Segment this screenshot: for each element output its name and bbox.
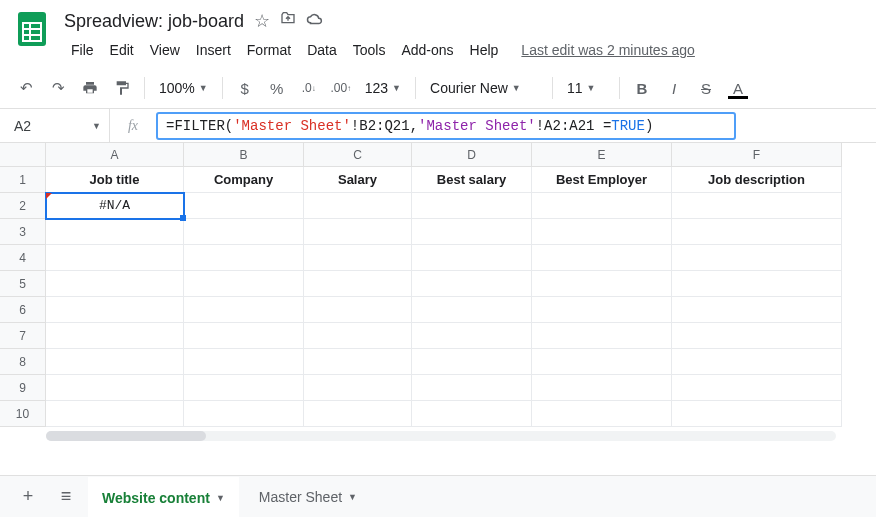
cell[interactable] [672,401,842,427]
cell[interactable] [532,349,672,375]
menu-insert[interactable]: Insert [189,38,238,62]
cell[interactable] [184,245,304,271]
menu-format[interactable]: Format [240,38,298,62]
undo-icon[interactable]: ↶ [12,74,40,102]
cell[interactable] [412,349,532,375]
row-header[interactable]: 5 [0,271,46,297]
cell[interactable] [304,323,412,349]
name-box[interactable]: A2 ▼ [0,109,110,142]
add-sheet-button[interactable]: + [12,481,44,513]
cell[interactable] [412,219,532,245]
cell[interactable] [412,245,532,271]
menu-view[interactable]: View [143,38,187,62]
cell[interactable] [532,193,672,219]
strike-button[interactable]: S [692,74,720,102]
col-header-f[interactable]: F [672,143,842,166]
last-edit-link[interactable]: Last edit was 2 minutes ago [521,42,695,58]
menu-help[interactable]: Help [463,38,506,62]
paint-format-icon[interactable] [108,74,136,102]
italic-button[interactable]: I [660,74,688,102]
cell[interactable] [672,193,842,219]
zoom-select[interactable]: 100%▼ [153,74,214,102]
cell[interactable] [184,193,304,219]
col-header-a[interactable]: A [46,143,184,166]
cell[interactable] [184,375,304,401]
row-header[interactable]: 7 [0,323,46,349]
horizontal-scrollbar[interactable] [46,431,836,441]
cell[interactable] [532,401,672,427]
cell[interactable] [304,375,412,401]
more-formats-button[interactable]: 123▼ [359,74,407,102]
cell[interactable] [46,297,184,323]
cell[interactable]: Salary [304,167,412,193]
cell[interactable] [532,323,672,349]
active-cell[interactable]: #N/A [46,193,184,219]
row-header[interactable]: 8 [0,349,46,375]
row-header[interactable]: 4 [0,245,46,271]
cell[interactable] [184,219,304,245]
cell[interactable] [46,271,184,297]
text-color-button[interactable]: A [724,74,752,102]
cell[interactable] [672,375,842,401]
cell[interactable] [304,219,412,245]
col-header-b[interactable]: B [184,143,304,166]
cell[interactable] [672,219,842,245]
cell[interactable]: Company [184,167,304,193]
cell[interactable] [46,245,184,271]
row-header[interactable]: 2 [0,193,46,219]
cell[interactable]: Best salary [412,167,532,193]
cell[interactable] [412,323,532,349]
row-header[interactable]: 10 [0,401,46,427]
cell[interactable] [46,323,184,349]
cell[interactable] [412,297,532,323]
print-icon[interactable] [76,74,104,102]
dec-decimal-button[interactable]: .0↓ [295,74,323,102]
col-header-d[interactable]: D [412,143,532,166]
cell[interactable] [412,193,532,219]
cell[interactable] [672,271,842,297]
cell[interactable] [46,349,184,375]
menu-edit[interactable]: Edit [103,38,141,62]
star-icon[interactable]: ☆ [254,10,270,32]
cell[interactable] [672,323,842,349]
row-header[interactable]: 3 [0,219,46,245]
col-header-c[interactable]: C [304,143,412,166]
cell[interactable] [412,375,532,401]
menu-data[interactable]: Data [300,38,344,62]
document-title[interactable]: Spreadview: job-board [64,11,244,32]
col-header-e[interactable]: E [532,143,672,166]
cell[interactable] [304,401,412,427]
cell[interactable] [412,401,532,427]
cell[interactable]: Job description [672,167,842,193]
scrollbar-thumb[interactable] [46,431,206,441]
cloud-icon[interactable] [306,10,324,32]
formula-bar[interactable]: =FILTER('Master Sheet'!B2:Q21,'Master Sh… [156,112,736,140]
cell[interactable] [46,401,184,427]
row-header[interactable]: 1 [0,167,46,193]
redo-icon[interactable]: ↷ [44,74,72,102]
cell[interactable] [304,349,412,375]
cell[interactable] [184,323,304,349]
cell[interactable] [532,297,672,323]
cell[interactable] [532,245,672,271]
all-sheets-button[interactable]: ≡ [50,481,82,513]
menu-file[interactable]: File [64,38,101,62]
sheets-logo[interactable] [12,8,52,48]
font-size-select[interactable]: 11▼ [561,74,611,102]
cell[interactable] [532,271,672,297]
cell[interactable] [412,271,532,297]
bold-button[interactable]: B [628,74,656,102]
chevron-down-icon[interactable]: ▼ [348,492,357,502]
cell[interactable] [304,193,412,219]
cell[interactable] [184,401,304,427]
cell[interactable] [672,297,842,323]
chevron-down-icon[interactable]: ▼ [216,493,225,503]
cell[interactable] [46,219,184,245]
cell[interactable] [46,375,184,401]
inc-decimal-button[interactable]: .00↑ [327,74,355,102]
font-select[interactable]: Courier New▼ [424,74,544,102]
move-icon[interactable] [280,10,296,32]
cell[interactable]: Job title [46,167,184,193]
cell[interactable] [672,245,842,271]
sheet-tab-master-sheet[interactable]: Master Sheet▼ [245,477,371,517]
